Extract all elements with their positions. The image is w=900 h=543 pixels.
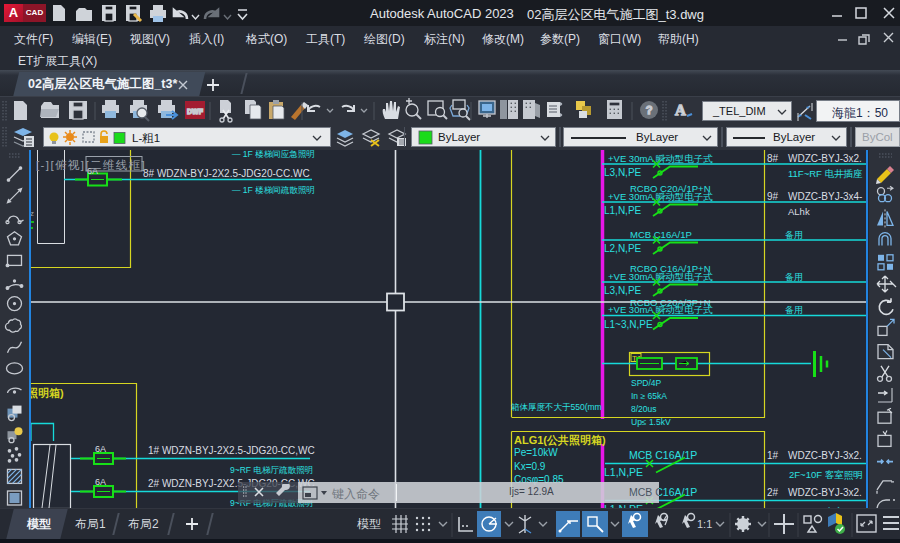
svg-text:备用: 备用 — [785, 230, 803, 240]
svg-text:9#: 9# — [767, 191, 779, 202]
svg-text:+VE 30mA 瞬动型电子式: +VE 30mA 瞬动型电子式 — [608, 304, 713, 315]
svg-text:9~RF 电梯厅疏散照明: 9~RF 电梯厅疏散照明 — [230, 465, 313, 475]
svg-text:SPD/4P: SPD/4P — [631, 378, 662, 388]
svg-text:1# WDZN-BYJ-2X2.5-JDG20-CC,WC: 1# WDZN-BYJ-2X2.5-JDG20-CC,WC — [148, 445, 315, 456]
svg-text:DWF: DWF — [187, 108, 204, 115]
svg-text:MCB C16A/1P: MCB C16A/1P — [629, 449, 697, 461]
svg-text:Kx=0.9: Kx=0.9 — [514, 461, 546, 472]
svg-text:8# WDZN-BYJ-2X2.5-JDG20-CC.WC: 8# WDZN-BYJ-2X2.5-JDG20-CC.WC — [143, 168, 310, 179]
svg-text:[-][俯视][二维线框]: [-][俯视][二维线框] — [36, 159, 146, 171]
svg-text:8#: 8# — [767, 153, 779, 164]
svg-text:+VE 30mA 瞬动型电子式: +VE 30mA 瞬动型电子式 — [608, 191, 713, 202]
svg-text:备用: 备用 — [785, 272, 803, 282]
svg-text:WDZC-BYJ-3x2.: WDZC-BYJ-3x2. — [788, 450, 862, 461]
svg-text:— 1F 楼梯间应急照明: — 1F 楼梯间应急照明 — [232, 150, 315, 159]
svg-text:L1,N,PE: L1,N,PE — [604, 466, 643, 478]
svg-text:In ≥ 65kA: In ≥ 65kA — [631, 391, 667, 401]
svg-text:照明箱): 照明箱) — [27, 387, 64, 399]
svg-text:1#: 1# — [767, 450, 779, 461]
svg-text:WDZC-BYJ-3x2.: WDZC-BYJ-3x2. — [788, 153, 862, 164]
svg-text:6A: 6A — [95, 477, 106, 487]
svg-text:MCB C16A/1P: MCB C16A/1P — [630, 229, 692, 240]
svg-text:Pe=10kW: Pe=10kW — [514, 447, 558, 458]
svg-text:A: A — [675, 102, 686, 118]
svg-text:8/20us: 8/20us — [631, 404, 657, 414]
svg-text:L3,N,PE: L3,N,PE — [604, 285, 642, 296]
svg-text:ALG1(公共照明箱): ALG1(公共照明箱) — [514, 434, 606, 447]
svg-text:L2,N,PE: L2,N,PE — [604, 243, 642, 254]
svg-text:6A: 6A — [95, 444, 106, 454]
svg-text:L1,N,PE: L1,N,PE — [604, 205, 642, 216]
svg-text:L1~3,N,PE: L1~3,N,PE — [604, 319, 653, 330]
svg-text:箱体厚度不大于550(mm: 箱体厚度不大于550(mm — [511, 402, 602, 412]
svg-text:ALhk: ALhk — [788, 206, 810, 217]
svg-text:WDZC-BYJ-3x2.: WDZC-BYJ-3x2. — [788, 487, 862, 498]
svg-text:2F~10F 客室照明: 2F~10F 客室照明 — [789, 469, 863, 481]
svg-text:WDZC-BYJ-3x4-: WDZC-BYJ-3x4- — [788, 191, 862, 202]
svg-text:— 1F 楼梯间疏散照明: — 1F 楼梯间疏散照明 — [232, 185, 315, 195]
svg-text:L3,N,PE: L3,N,PE — [604, 167, 642, 178]
svg-text:11F~RF 电井插座: 11F~RF 电井插座 — [788, 168, 863, 179]
svg-text:1:1: 1:1 — [697, 518, 712, 530]
svg-text:+VE 30mA 瞬动型电子式: +VE 30mA 瞬动型电子式 — [608, 153, 713, 164]
svg-text:备用: 备用 — [785, 305, 803, 315]
svg-text:2#: 2# — [767, 487, 779, 498]
svg-text:+VE 30mA 瞬动型电子式: +VE 30mA 瞬动型电子式 — [608, 271, 713, 282]
svg-text:Up≤ 1.5kV: Up≤ 1.5kV — [631, 417, 671, 427]
svg-text:?: ? — [646, 104, 653, 116]
